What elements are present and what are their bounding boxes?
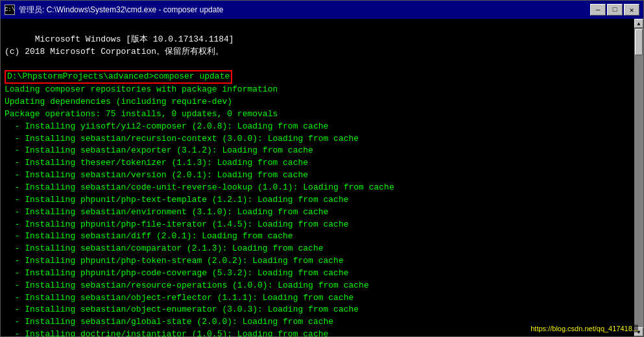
scrollbar-track[interactable] [634, 28, 643, 327]
watermark: https://blog.csdn.net/qq_417418... [531, 325, 638, 332]
minimize-button[interactable]: — [590, 4, 606, 16]
cmd-window: C:\ 管理员: C:\Windows\System32\cmd.exe - c… [0, 0, 644, 337]
prompt-box: D:\PhpstormProjects\advanced>composer up… [5, 70, 232, 84]
line-14: - Installing sebastian/environment (3.1.… [5, 207, 328, 217]
cmd-icon: C:\ [5, 5, 15, 15]
line-19: - Installing phpunit/php-code-coverage (… [5, 268, 349, 278]
line-20: - Installing sebastian/resource-operatio… [5, 281, 369, 290]
line-1: Microsoft Windows [版本 10.0.17134.1184] [35, 34, 234, 44]
line-23: - Installing sebastian/global-state (2.0… [5, 317, 333, 327]
line-24: - Installing doctrine/instantiator (1.0.… [5, 329, 328, 336]
line-9: - Installing sebastian/exporter (3.1.2):… [5, 145, 313, 155]
line-15: - Installing phpunit/php-file-iterator (… [5, 219, 349, 229]
line-13: - Installing phpunit/php-text-template (… [5, 195, 349, 205]
line-11: - Installing sebastian/version (2.0.1): … [5, 170, 308, 180]
terminal-body[interactable]: Microsoft Windows [版本 10.0.17134.1184] (… [1, 19, 643, 336]
line-5: Updating dependencies (including require… [5, 97, 232, 106]
line-21: - Installing sebastian/object-reflector … [5, 293, 353, 303]
scroll-up-arrow[interactable]: ▲ [634, 19, 643, 28]
maximize-button[interactable]: □ [607, 4, 623, 16]
title-bar-left: C:\ 管理员: C:\Windows\System32\cmd.exe - c… [5, 5, 223, 16]
line-prompt: D:\PhpstormProjects\advanced>composer up… [5, 71, 232, 81]
line-18: - Installing phpunit/php-token-stream (2… [5, 256, 344, 266]
line-6: Package operations: 75 installs, 0 updat… [5, 109, 278, 119]
line-17: - Installing sebastian/comparator (2.1.3… [5, 243, 323, 253]
line-10: - Installing theseer/tokenizer (1.1.3): … [5, 158, 308, 168]
window-controls: — □ ✕ [590, 4, 639, 16]
line-4: Loading composer repositories with packa… [5, 84, 278, 94]
title-bar: C:\ 管理员: C:\Windows\System32\cmd.exe - c… [1, 1, 643, 19]
line-16: - Installing sebastian/diff (2.0.1): Loa… [5, 231, 293, 241]
line-2: (c) 2018 Microsoft Corporation。保留所有权利。 [5, 47, 224, 56]
line-12: - Installing sebastian/code-unit-reverse… [5, 182, 394, 192]
line-8: - Installing sebastian/recursion-context… [5, 134, 359, 144]
window-title: 管理员: C:\Windows\System32\cmd.exe - compo… [19, 5, 223, 16]
scrollbar[interactable]: ▲ ▼ [634, 19, 643, 336]
close-button[interactable]: ✕ [624, 4, 639, 16]
line-22: - Installing sebastian/object-enumerator… [5, 305, 359, 314]
line-7: - Installing yiisoft/yii2-composer (2.0.… [5, 121, 328, 131]
scrollbar-thumb[interactable] [635, 29, 643, 55]
terminal-output: Microsoft Windows [版本 10.0.17134.1184] (… [5, 21, 639, 336]
